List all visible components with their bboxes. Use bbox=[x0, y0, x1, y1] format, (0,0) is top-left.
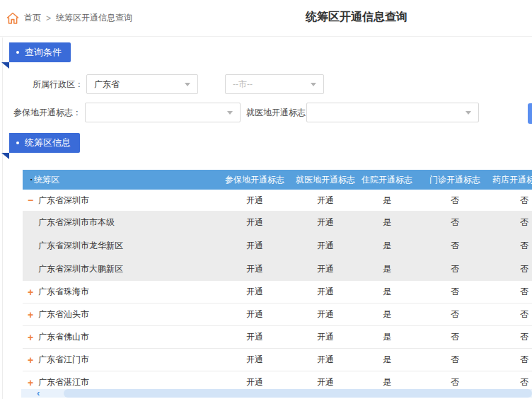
treatment-flag-value: 开通 bbox=[294, 376, 357, 388]
treatment-flag-label: 就医地开通标志： bbox=[246, 103, 314, 122]
table-row-shenzhen-longhua: 广东省深圳市龙华新区 开通 开通 是 否 否 bbox=[23, 234, 532, 258]
insured-flag-value: 开通 bbox=[215, 240, 294, 252]
area-name: 广东省深圳市龙华新区 bbox=[38, 240, 123, 252]
pharmacy-flag-value: 否 bbox=[492, 331, 532, 343]
section-header-query-conditions: 查询条件 bbox=[9, 42, 71, 62]
inpatient-flag-value: 是 bbox=[357, 286, 417, 298]
col-header-treatment-flag: 就医地开通标志 bbox=[294, 174, 357, 186]
table-row-jiangmen[interactable]: +广东省江门市 开通 开通 是 否 否 bbox=[23, 349, 532, 371]
treatment-flag-value: 开通 bbox=[294, 263, 357, 275]
inpatient-flag-value: 是 bbox=[357, 308, 417, 320]
outpatient-flag-value: 否 bbox=[417, 216, 492, 229]
chevron-down-icon bbox=[311, 83, 316, 86]
expand-icon[interactable]: + bbox=[25, 310, 35, 320]
expand-icon[interactable]: + bbox=[25, 355, 35, 365]
home-icon[interactable] bbox=[6, 12, 19, 25]
area-table: 统筹区 参保地开通标志 就医地开通标志 住院开通标志 门诊开通标志 药店开通标志… bbox=[23, 170, 532, 394]
table-row-shenzhen[interactable]: −广东省深圳市 开通 开通 是 否 否 bbox=[23, 190, 532, 211]
pharmacy-flag-value: 否 bbox=[492, 240, 532, 252]
area-name: 广东省深圳市 bbox=[38, 195, 89, 207]
outpatient-flag-value: 否 bbox=[417, 286, 492, 298]
table-row-shenzhen-city-level: 广东省深圳市市本级 开通 开通 是 否 否 bbox=[23, 211, 532, 234]
pharmacy-flag-value: 否 bbox=[492, 376, 532, 388]
chevron-down-icon bbox=[185, 83, 190, 86]
treatment-flag-value: 开通 bbox=[294, 354, 357, 366]
area-name: 广东省湛江市 bbox=[38, 376, 89, 388]
insured-flag-value: 开通 bbox=[215, 331, 294, 343]
horizontal-scrollbar[interactable]: ‹ bbox=[21, 389, 532, 398]
pharmacy-flag-value: 否 bbox=[492, 308, 532, 320]
inpatient-flag-value: 是 bbox=[357, 216, 417, 229]
section-info-label: 统筹区信息 bbox=[25, 137, 71, 148]
page: 首页 > 统筹区开通信息查询 统筹区开通信息查询 查询条件 所属行政区： 广东省… bbox=[0, 0, 532, 399]
pharmacy-flag-value: 否 bbox=[492, 354, 532, 366]
query-button[interactable] bbox=[528, 103, 532, 124]
breadcrumb-current: 统筹区开通信息查询 bbox=[56, 12, 132, 24]
table-row-foshan[interactable]: +广东省佛山市 开通 开通 是 否 否 bbox=[23, 326, 532, 349]
col-header-pharmacy-flag: 药店开通标志 bbox=[492, 174, 532, 186]
insured-flag-value: 开通 bbox=[215, 216, 294, 229]
table-header-row: 统筹区 参保地开通标志 就医地开通标志 住院开通标志 门诊开通标志 药店开通标志 bbox=[23, 170, 532, 190]
outpatient-flag-value: 否 bbox=[417, 331, 492, 343]
area-name: 广东省深圳市市本级 bbox=[38, 216, 115, 229]
area-name: 广东省江门市 bbox=[38, 354, 89, 366]
breadcrumb-home-link[interactable]: 首页 bbox=[24, 12, 41, 24]
city-select-placeholder: --市-- bbox=[233, 79, 253, 89]
outpatient-flag-value: 否 bbox=[417, 263, 492, 275]
pharmacy-flag-value: 否 bbox=[492, 263, 532, 275]
insured-flag-label: 参保地开通标志： bbox=[0, 103, 81, 122]
pharmacy-flag-value: 否 bbox=[492, 286, 532, 298]
table-row-shantou[interactable]: +广东省汕头市 开通 开通 是 否 否 bbox=[23, 303, 532, 326]
treatment-flag-value: 开通 bbox=[294, 240, 357, 252]
ribbon-fold bbox=[1, 153, 9, 159]
bullet-icon bbox=[16, 51, 19, 54]
inpatient-flag-value: 是 bbox=[357, 195, 417, 207]
insured-flag-value: 开通 bbox=[215, 376, 294, 388]
area-name: 广东省珠海市 bbox=[38, 286, 89, 298]
dot-icon bbox=[30, 179, 32, 180]
expand-icon[interactable]: + bbox=[25, 287, 35, 297]
treatment-flag-value: 开通 bbox=[294, 331, 357, 343]
table-row-zhuhai[interactable]: +广东省珠海市 开通 开通 是 否 否 bbox=[23, 281, 532, 303]
province-select-value: 广东省 bbox=[94, 79, 120, 89]
ribbon-fold bbox=[1, 62, 9, 69]
inpatient-flag-value: 是 bbox=[357, 240, 417, 252]
col-header-outpatient-flag: 门诊开通标志 bbox=[417, 174, 492, 186]
area-name: 广东省佛山市 bbox=[38, 331, 89, 343]
treatment-flag-value: 开通 bbox=[294, 195, 357, 207]
province-select[interactable]: 广东省 bbox=[86, 74, 198, 94]
expand-icon[interactable]: + bbox=[25, 378, 35, 388]
col-header-insured-flag: 参保地开通标志 bbox=[215, 174, 294, 186]
collapse-icon[interactable]: − bbox=[25, 195, 35, 205]
page-title: 统筹区开通信息查询 bbox=[306, 10, 407, 25]
area-name: 广东省深圳市大鹏新区 bbox=[38, 263, 123, 275]
section-query-label: 查询条件 bbox=[25, 47, 62, 57]
table-row-shenzhen-dapeng: 广东省深圳市大鹏新区 开通 开通 是 否 否 bbox=[23, 258, 532, 281]
bullet-icon bbox=[16, 141, 19, 144]
insured-flag-value: 开通 bbox=[215, 286, 294, 298]
chevron-down-icon bbox=[466, 111, 471, 115]
outpatient-flag-value: 否 bbox=[417, 376, 492, 388]
breadcrumb-separator: > bbox=[46, 13, 51, 23]
insured-flag-value: 开通 bbox=[215, 195, 294, 207]
outpatient-flag-value: 否 bbox=[417, 195, 492, 207]
insured-flag-value: 开通 bbox=[215, 354, 294, 366]
outpatient-flag-value: 否 bbox=[417, 240, 492, 252]
section-header-area-info: 统筹区信息 bbox=[9, 133, 80, 153]
breadcrumb: 首页 > 统筹区开通信息查询 bbox=[0, 0, 532, 37]
scroll-left-icon[interactable]: ‹ bbox=[37, 388, 40, 398]
scrollbar-thumb[interactable] bbox=[64, 389, 532, 398]
inpatient-flag-value: 是 bbox=[357, 354, 417, 366]
treatment-flag-value: 开通 bbox=[294, 286, 357, 298]
area-name: 广东省汕头市 bbox=[38, 308, 89, 320]
outpatient-flag-value: 否 bbox=[417, 354, 492, 366]
pharmacy-flag-value: 否 bbox=[492, 195, 532, 207]
chevron-down-icon bbox=[227, 111, 233, 115]
expand-icon[interactable]: + bbox=[25, 332, 35, 342]
insured-flag-select[interactable] bbox=[85, 103, 241, 122]
inpatient-flag-value: 是 bbox=[357, 263, 417, 275]
treatment-flag-select[interactable] bbox=[306, 103, 479, 122]
inpatient-flag-value: 是 bbox=[357, 376, 417, 388]
city-select[interactable]: --市-- bbox=[225, 74, 324, 94]
insured-flag-value: 开通 bbox=[215, 263, 294, 275]
